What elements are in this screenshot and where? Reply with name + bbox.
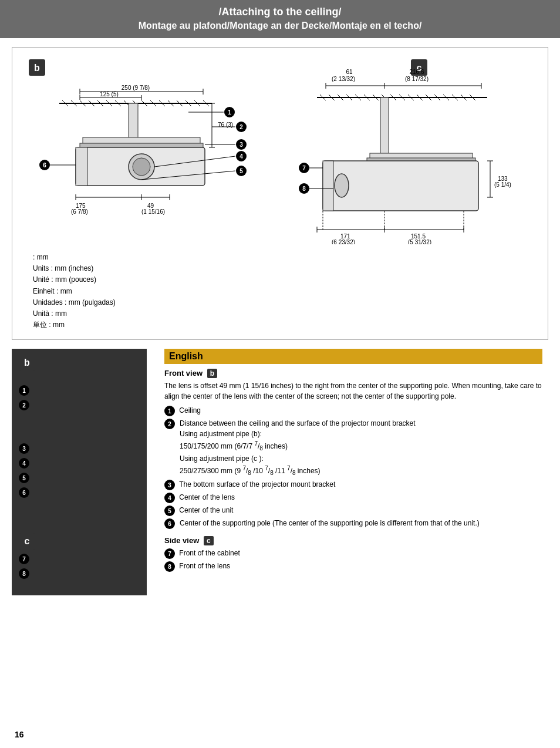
front-view-heading: Front view b bbox=[164, 369, 542, 378]
item-num-5: 5 bbox=[164, 506, 175, 516]
item-num-4: 4 bbox=[164, 493, 175, 503]
svg-text:4: 4 bbox=[239, 153, 243, 160]
page-number: 16 bbox=[15, 730, 24, 739]
item-num-1: 1 bbox=[164, 406, 175, 416]
item-text-4: Center of the lens bbox=[177, 492, 235, 503]
svg-text:125 (5): 125 (5) bbox=[100, 91, 119, 97]
svg-rect-27 bbox=[76, 147, 87, 186]
lower-section: b 1 2 3 4 5 6 bbox=[12, 349, 548, 595]
item-text-1: Ceiling bbox=[177, 405, 201, 416]
num-8: 8 bbox=[19, 568, 29, 579]
list-item: 7 bbox=[19, 553, 140, 564]
num-7: 7 bbox=[19, 554, 29, 564]
item-num-2: 2 bbox=[164, 419, 175, 429]
svg-text:b: b bbox=[34, 63, 40, 73]
list-item: 2 bbox=[19, 399, 140, 410]
num-6: 6 bbox=[19, 487, 29, 498]
unit-line-4: Einheit : mm bbox=[33, 286, 279, 297]
svg-text:(6 7/8): (6 7/8) bbox=[71, 208, 88, 215]
list-item: 5 bbox=[19, 472, 140, 483]
side-view-heading: Side view c bbox=[164, 536, 542, 545]
item-text-8: Front of the lens bbox=[177, 561, 230, 572]
diagram-c-svg: c 61 (2 13/32) 216.6 (8 17/32) bbox=[288, 56, 517, 244]
svg-text:(1 15/16): (1 15/16) bbox=[141, 208, 165, 215]
svg-text:8: 8 bbox=[302, 186, 306, 192]
header-title: /Attaching to the ceiling/ bbox=[12, 6, 548, 18]
list-item: 6 bbox=[19, 487, 140, 498]
side-view-label: c bbox=[19, 533, 140, 550]
svg-text:250 (9 7/8): 250 (9 7/8) bbox=[122, 85, 150, 91]
svg-text:5: 5 bbox=[239, 168, 243, 174]
svg-text:2: 2 bbox=[239, 124, 243, 130]
unit-line-1: : mm bbox=[33, 252, 279, 263]
left-panel: b 1 2 3 4 5 6 bbox=[12, 349, 147, 595]
header-subtitle: Montage au plafond/Montage an der Decke/… bbox=[12, 21, 548, 31]
svg-point-26 bbox=[133, 158, 150, 176]
item-num-3: 3 bbox=[164, 480, 175, 490]
b-label: b bbox=[19, 355, 35, 371]
svg-rect-21 bbox=[129, 103, 138, 139]
right-panel: English Front view b The lens is offset … bbox=[158, 349, 548, 595]
unit-line-2: Units : mm (inches) bbox=[33, 263, 279, 274]
items-b-group: 1 2 bbox=[19, 385, 140, 410]
list-item: 2 Distance between the ceiling and the s… bbox=[164, 418, 542, 477]
english-items-list: 1 Ceiling 2 Distance between the ceiling… bbox=[164, 405, 542, 529]
svg-text:(8 17/32): (8 17/32) bbox=[405, 76, 429, 82]
list-item: 8 Front of the lens bbox=[164, 561, 542, 572]
svg-point-102 bbox=[335, 174, 349, 197]
list-item: 3 bbox=[19, 443, 140, 454]
svg-text:6: 6 bbox=[43, 162, 46, 169]
svg-text:(5 31/32): (5 31/32) bbox=[408, 239, 431, 244]
items-c-group: 7 8 bbox=[19, 553, 140, 579]
svg-text:(5 1/4): (5 1/4) bbox=[494, 181, 511, 188]
list-item: 4 Center of the lens bbox=[164, 492, 542, 503]
num-4: 4 bbox=[19, 458, 29, 469]
svg-rect-101 bbox=[323, 161, 333, 211]
num-3: 3 bbox=[19, 443, 29, 454]
unit-line-3: Unité : mm (pouces) bbox=[33, 274, 279, 285]
item-num-8: 8 bbox=[164, 561, 175, 572]
units-info: : mm Units : mm (inches) Unité : mm (pou… bbox=[33, 252, 279, 331]
list-item: 5 Center of the unit bbox=[164, 505, 542, 516]
list-item: 1 Ceiling bbox=[164, 405, 542, 416]
list-item: 7 Front of the cabinet bbox=[164, 548, 542, 559]
diagram-c: c 61 (2 13/32) 216.6 (8 17/32) bbox=[288, 56, 517, 246]
svg-text:61: 61 bbox=[346, 69, 353, 75]
panel-label-b: b bbox=[19, 355, 140, 371]
num-1: 1 bbox=[19, 385, 29, 396]
svg-rect-97 bbox=[380, 97, 389, 156]
item-text-7: Front of the cabinet bbox=[177, 548, 240, 559]
num-5: 5 bbox=[19, 473, 29, 483]
item-num-7: 7 bbox=[164, 548, 175, 559]
list-item: 1 bbox=[19, 385, 140, 396]
item-text-6: Center of the supporting pole (The cente… bbox=[180, 518, 480, 528]
svg-text:3: 3 bbox=[239, 141, 243, 148]
page-header: /Attaching to the ceiling/ Montage au pl… bbox=[0, 0, 560, 38]
items-middle-group: 3 4 5 6 bbox=[19, 443, 140, 498]
front-view-desc: The lens is offset 49 mm (1 15/16 inches… bbox=[164, 380, 542, 402]
list-item: 8 bbox=[19, 568, 140, 579]
svg-text:216.6: 216.6 bbox=[409, 69, 424, 75]
item-text-3: The bottom surface of the projector moun… bbox=[177, 479, 335, 490]
item-text-2: Distance between the ceiling and the sur… bbox=[180, 418, 416, 477]
front-view-b-label: b bbox=[207, 369, 217, 378]
diagram-section: b bbox=[12, 47, 548, 340]
svg-text:(6 23/32): (6 23/32) bbox=[332, 239, 355, 244]
english-header: English bbox=[164, 349, 542, 364]
list-item: 6 Center of the supporting pole (The cen… bbox=[164, 518, 542, 529]
svg-text:1: 1 bbox=[228, 109, 231, 116]
unit-line-7: 単位 : mm bbox=[33, 319, 279, 331]
diagram-b: b bbox=[21, 56, 279, 331]
list-item: 4 bbox=[19, 457, 140, 469]
svg-text:(2 13/32): (2 13/32) bbox=[332, 76, 355, 82]
diagram-b-svg: b bbox=[21, 56, 279, 244]
unit-line-5: Unidades : mm (pulgadas) bbox=[33, 297, 279, 308]
side-view-c-label: c bbox=[204, 536, 214, 545]
num-2: 2 bbox=[19, 400, 29, 410]
item-num-6: 6 bbox=[164, 518, 175, 529]
side-items-list: 7 Front of the cabinet 8 Front of the le… bbox=[164, 548, 542, 572]
unit-line-6: Unità : mm bbox=[33, 308, 279, 319]
svg-text:7: 7 bbox=[302, 165, 306, 171]
c-label: c bbox=[19, 533, 35, 550]
item-text-5: Center of the unit bbox=[177, 505, 233, 516]
